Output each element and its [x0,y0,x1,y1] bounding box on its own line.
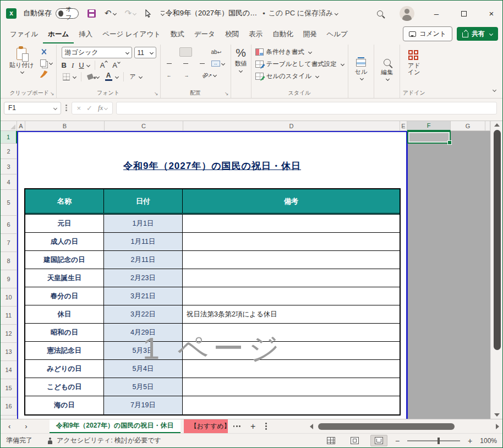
font-dialog-launcher[interactable]: ↘ [154,91,158,96]
column-header-a[interactable]: A [17,121,25,131]
wrap-text-button[interactable]: ab↩ [209,47,224,57]
select-all-corner[interactable] [1,121,17,131]
save-icon[interactable] [88,9,96,18]
sheet-title-text[interactable]: 令和9年（2027年）の国民の祝日・休日 [17,160,407,172]
tab-help[interactable]: ヘルプ [321,26,352,43]
align-middle-button[interactable] [179,47,192,57]
font-size-combobox[interactable]: 11 [134,47,156,58]
tab-automate[interactable]: 自動化 [267,26,298,43]
row-header-1[interactable]: 1 [1,131,17,144]
addins-button[interactable]: アドイン [404,47,424,89]
conditional-formatting-button[interactable]: 条件付き書式 [255,48,344,56]
borders-button[interactable] [62,73,76,80]
horizontal-scrollbar[interactable] [310,422,499,431]
tab-file[interactable]: ファイル [5,26,43,43]
scroll-up-icon[interactable] [494,123,500,127]
increase-indent-button[interactable]: → [182,70,198,80]
format-as-table-button[interactable]: テーブルとして書式設定 [255,60,344,68]
group-number[interactable]: % 数値 [231,45,252,98]
more-sheets-button[interactable] [228,419,246,433]
page-break-border[interactable] [406,131,408,419]
chevron-down-icon[interactable] [86,63,90,67]
table-row[interactable]: 成人の日1月11日 [25,233,400,251]
increase-font-button[interactable]: A [100,61,108,69]
page-layout-view-button[interactable] [347,435,363,446]
table-row[interactable]: 昭和の日4月29日 [25,324,400,342]
page-break-view-button[interactable] [370,435,387,446]
decrease-font-button[interactable]: A [112,61,120,69]
format-painter-button[interactable] [40,70,52,78]
alignment-dialog-launcher[interactable]: ↘ [225,91,229,96]
row-header-5[interactable]: 5 [1,190,17,216]
column-header-c[interactable]: C [105,121,183,131]
column-header-b[interactable]: B [25,121,105,131]
fill-color-button[interactable] [86,74,99,79]
table-row[interactable]: 天皇誕生日2月23日 [25,269,400,287]
redo-button[interactable]: ↷ [125,8,136,18]
font-color-button[interactable]: A [104,73,118,81]
font-name-combobox[interactable]: 游ゴシック [62,47,132,58]
qat-customize-button[interactable] [161,11,165,15]
vertical-scrollbar[interactable] [490,121,502,419]
decrease-indent-button[interactable]: ← [165,70,180,80]
header-name[interactable]: 名称 [25,189,104,213]
save-status[interactable]: • この PC に保存済み [263,8,337,18]
zoom-slider[interactable] [407,440,460,441]
sheet-tab-recommended[interactable]: 【おすすめ】 [184,419,228,433]
row-header-3[interactable]: 3 [1,159,17,174]
table-header-row[interactable]: 名称 日付 備考 [25,189,400,215]
table-row[interactable]: 建国記念の日2月11日 [25,251,400,269]
tab-insert[interactable]: 挿入 [74,26,97,43]
sheet-nav-next-button[interactable]: › [25,422,27,430]
align-top-button[interactable] [165,47,177,57]
column-header-f[interactable]: F [407,121,451,131]
cancel-entry-button[interactable]: × [77,104,81,112]
tab-review[interactable]: 校閲 [220,26,244,43]
formula-input[interactable] [116,102,497,114]
scroll-left-icon[interactable] [310,424,313,429]
table-row[interactable]: こどもの日5月5日 [25,378,400,396]
italic-button[interactable]: I [72,61,74,70]
column-header-d[interactable]: D [183,121,400,131]
row-header-6[interactable]: 6 [1,216,17,234]
comments-button[interactable]: コメント [403,26,452,41]
zoom-out-button[interactable]: − [395,436,400,445]
tab-view[interactable]: 表示 [244,26,267,43]
selected-cell-f1[interactable] [407,131,451,144]
table-row[interactable]: 休日3月22日祝日法第3条第2項による休日 [25,305,400,324]
row-header-10[interactable]: 10 [1,288,17,307]
row-header-9[interactable]: 9 [1,270,17,288]
sheet-nav-prev-button[interactable]: ‹ [8,422,10,430]
tab-formulas[interactable]: 数式 [166,26,189,43]
row-header-16[interactable]: 16 [1,397,17,416]
row-header-13[interactable]: 13 [1,343,17,361]
row-header-15[interactable]: 15 [1,379,17,397]
horizontal-scroll-thumb[interactable] [318,423,455,430]
bold-button[interactable]: B [62,61,67,69]
tab-developer[interactable]: 開発 [298,26,321,43]
column-header-e[interactable]: E [400,121,407,131]
search-icon[interactable] [377,10,383,17]
new-sheet-button[interactable]: + [246,419,260,433]
cut-button[interactable] [40,48,52,56]
minimize-button[interactable]: – [431,9,442,18]
sheet-tab-active[interactable]: 令和9年（2027年）の国民の祝日・休日 [50,419,181,433]
vertical-scroll-thumb[interactable] [494,130,501,350]
row-header-4[interactable]: 4 [1,174,17,190]
sheet-canvas[interactable]: 令和9年（2027年）の国民の祝日・休日 名称 日付 備考 元日1月1日 成人の… [17,131,490,419]
underline-button[interactable]: U [79,61,84,69]
editing-button[interactable]: 編集 [378,54,396,81]
header-note[interactable]: 備考 [183,189,400,213]
row-header-7[interactable]: 7 [1,234,17,252]
tab-page-layout[interactable]: ページ レイアウト [97,26,166,43]
align-center-button[interactable] [179,59,192,69]
header-date[interactable]: 日付 [104,189,183,213]
normal-view-button[interactable] [323,435,339,446]
cell-styles-button[interactable]: セルのスタイル [255,72,344,80]
sheet-options-button[interactable] [260,419,272,433]
orientation-button[interactable]: ab↗ [200,70,219,80]
phonetic-button[interactable]: ア [129,73,142,81]
undo-button[interactable]: ↶ [105,8,116,18]
table-row[interactable]: 元日1月1日 [25,215,400,233]
cells-button[interactable]: セル [352,54,370,81]
